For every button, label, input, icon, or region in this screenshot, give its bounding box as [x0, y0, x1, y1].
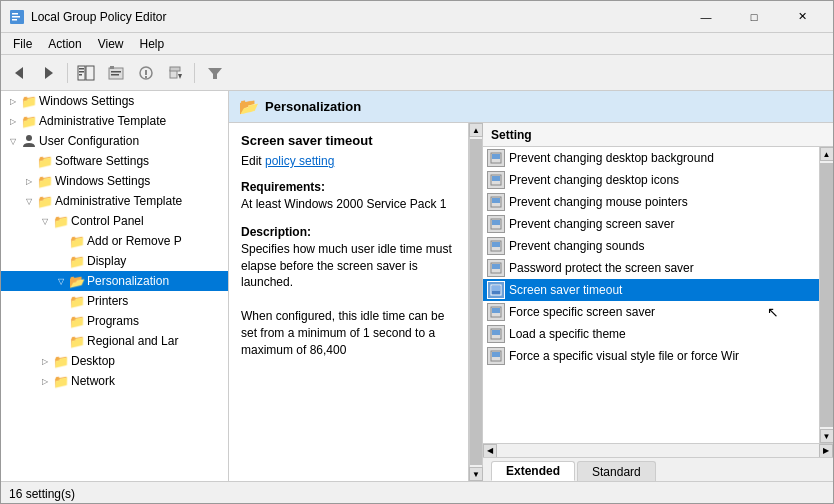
menu-view[interactable]: View	[90, 35, 132, 53]
setting-icon	[487, 149, 505, 167]
settings-row-prevent-icons[interactable]: Prevent changing desktop icons	[483, 169, 819, 191]
settings-row-label: Prevent changing desktop background	[509, 151, 714, 165]
tree-item-printers[interactable]: ▷ 📁 Printers	[1, 291, 228, 311]
tree-item-admin-templates[interactable]: ▽ 📁 Administrative Template	[1, 191, 228, 211]
desc-pane-scrollbar[interactable]: ▲ ▼	[469, 123, 483, 481]
settings-row-prevent-sounds[interactable]: Prevent changing sounds	[483, 235, 819, 257]
svg-rect-16	[145, 70, 147, 75]
desc-edit-link[interactable]: policy setting	[265, 154, 334, 168]
settings-row-label: Prevent changing sounds	[509, 239, 644, 253]
button4[interactable]	[162, 59, 190, 87]
tree-item-admin-templates-top[interactable]: ▷ 📁 Administrative Template	[1, 111, 228, 131]
tree-expand[interactable]: ▷	[53, 313, 69, 329]
setting-col-label: Setting	[491, 128, 532, 142]
svg-rect-14	[111, 74, 119, 76]
tree-item-software-settings[interactable]: ▷ 📁 Software Settings	[1, 151, 228, 171]
close-button[interactable]: ✕	[779, 1, 825, 33]
settings-row-prevent-bg[interactable]: Prevent changing desktop background	[483, 147, 819, 169]
filter-button[interactable]	[199, 59, 231, 87]
tree-label: Network	[71, 374, 115, 388]
svg-marker-5	[45, 67, 53, 79]
tree-expand[interactable]: ▷	[21, 173, 37, 189]
svg-rect-38	[492, 308, 500, 313]
tree-expand[interactable]: ▷	[53, 293, 69, 309]
svg-rect-19	[170, 67, 180, 71]
setting-icon	[487, 193, 505, 211]
tree-expand[interactable]: ▽	[53, 273, 69, 289]
settings-pane: Setting Prevent changing desktop backgro…	[483, 123, 833, 481]
tree-item-control-panel[interactable]: ▽ 📁 Control Panel	[1, 211, 228, 231]
tree-item-network[interactable]: ▷ 📁 Network	[1, 371, 228, 391]
settings-row-password-saver[interactable]: Password protect the screen saver	[483, 257, 819, 279]
folder-icon: 📁	[69, 314, 85, 328]
settings-row-screen-saver-timeout[interactable]: Screen saver timeout	[483, 279, 819, 301]
toolbar-separator-2	[194, 63, 195, 83]
tree-expand[interactable]: ▽	[37, 213, 53, 229]
tree-expand[interactable]: ▷	[21, 153, 37, 169]
forward-button[interactable]	[35, 59, 63, 87]
svg-rect-1	[12, 13, 18, 15]
tree-item-personalization[interactable]: ▽ 📂 Personalization	[1, 271, 228, 291]
tree-expand[interactable]: ▷	[5, 113, 21, 129]
tree-expand[interactable]: ▽	[5, 133, 21, 149]
settings-hscrollbar[interactable]: ◀ ▶	[483, 443, 833, 457]
settings-scroll-down[interactable]: ▼	[820, 429, 834, 443]
menu-file[interactable]: File	[5, 35, 40, 53]
window-title: Local Group Policy Editor	[31, 10, 683, 24]
tree-item-user-config[interactable]: ▽ User Configuration	[1, 131, 228, 151]
svg-rect-12	[110, 66, 114, 69]
settings-scroll-up[interactable]: ▲	[820, 147, 834, 161]
show-hide-console-tree-button[interactable]	[72, 59, 100, 87]
folder-icon: 📁	[53, 214, 69, 228]
desc-title: Screen saver timeout	[241, 133, 456, 148]
folder-icon: 📁	[37, 154, 53, 168]
tree-expand[interactable]: ▷	[5, 93, 21, 109]
button2[interactable]	[102, 59, 130, 87]
tree-expand[interactable]: ▷	[53, 233, 69, 249]
tree-item-display[interactable]: ▷ 📁 Display	[1, 251, 228, 271]
svg-rect-30	[492, 220, 500, 225]
settings-row-force-screen-saver[interactable]: Force specific screen saver ↖	[483, 301, 819, 323]
settings-hscroll-left[interactable]: ◀	[483, 444, 497, 458]
tab-extended[interactable]: Extended	[491, 461, 575, 481]
scroll-down-arrow[interactable]: ▼	[469, 467, 483, 481]
menu-help[interactable]: Help	[132, 35, 173, 53]
settings-list: Prevent changing desktop background Prev…	[483, 147, 819, 443]
setting-icon	[487, 325, 505, 343]
button3[interactable]	[132, 59, 160, 87]
tree-item-regional[interactable]: ▷ 📁 Regional and Lar	[1, 331, 228, 351]
scroll-up-arrow[interactable]: ▲	[469, 123, 483, 137]
settings-row-prevent-saver[interactable]: Prevent changing screen saver	[483, 213, 819, 235]
settings-row-prevent-mouse[interactable]: Prevent changing mouse pointers	[483, 191, 819, 213]
maximize-button[interactable]: □	[731, 1, 777, 33]
svg-rect-34	[492, 264, 500, 269]
tree-item-windows-settings-top[interactable]: ▷ 📁 Windows Settings	[1, 91, 228, 111]
toolbar	[1, 55, 833, 91]
svg-marker-21	[208, 68, 222, 79]
tree-expand[interactable]: ▷	[53, 253, 69, 269]
settings-list-scrollbar[interactable]: ▲ ▼	[819, 147, 833, 443]
setting-icon	[487, 237, 505, 255]
bottom-tabs: Extended Standard	[483, 457, 833, 481]
tree-expand[interactable]: ▷	[53, 333, 69, 349]
settings-hscroll-right[interactable]: ▶	[819, 444, 833, 458]
tree-item-add-remove[interactable]: ▷ 📁 Add or Remove P	[1, 231, 228, 251]
tree-expand[interactable]: ▽	[21, 193, 37, 209]
settings-row-force-visual[interactable]: Force a specific visual style file or fo…	[483, 345, 819, 367]
menu-action[interactable]: Action	[40, 35, 89, 53]
tree-expand[interactable]: ▷	[37, 353, 53, 369]
svg-rect-9	[79, 71, 84, 73]
svg-rect-3	[12, 19, 17, 21]
minimize-button[interactable]: —	[683, 1, 729, 33]
svg-rect-8	[79, 68, 84, 70]
tree-label: Add or Remove P	[87, 234, 182, 248]
tree-item-windows-settings[interactable]: ▷ 📁 Windows Settings	[1, 171, 228, 191]
svg-rect-32	[492, 242, 500, 247]
tree-item-programs[interactable]: ▷ 📁 Programs	[1, 311, 228, 331]
tab-standard[interactable]: Standard	[577, 461, 656, 481]
settings-row-load-theme[interactable]: Load a specific theme	[483, 323, 819, 345]
back-button[interactable]	[5, 59, 33, 87]
desc-requirements-label: Requirements:	[241, 180, 456, 194]
tree-item-desktop[interactable]: ▷ 📁 Desktop	[1, 351, 228, 371]
tree-expand[interactable]: ▷	[37, 373, 53, 389]
